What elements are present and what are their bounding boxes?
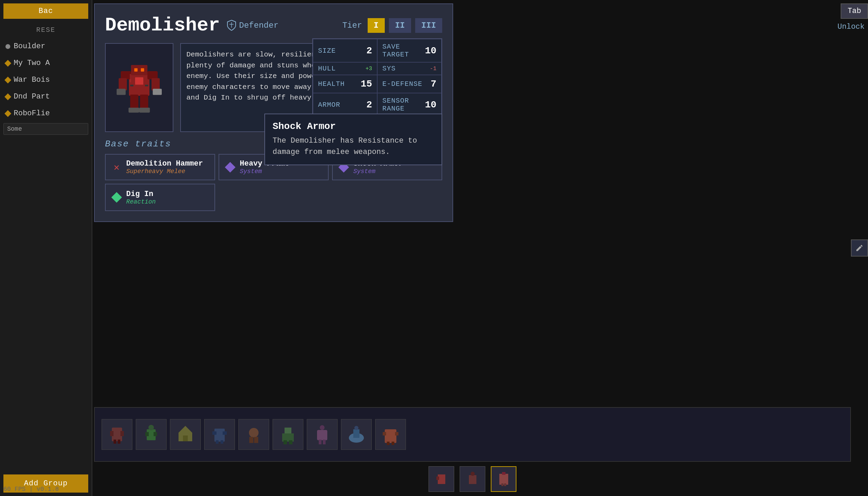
sprite-8 <box>344 422 368 446</box>
sidebar-item-label: RoboFlie <box>14 109 50 118</box>
carousel-item-2[interactable] <box>136 419 167 450</box>
hull-stat: HULL +3 <box>313 62 377 75</box>
svg-rect-24 <box>145 432 149 436</box>
stats-row-2: HEALTH 15 E-DEFENSE 7 <box>313 75 442 93</box>
svg-rect-32 <box>216 440 219 444</box>
svg-rect-11 <box>140 94 148 109</box>
hull-mod: +3 <box>366 66 372 72</box>
carousel-item-5[interactable] <box>238 419 269 450</box>
modal-title-area: Demolisher Defender <box>105 14 278 36</box>
diamond-icon <box>4 60 11 67</box>
tier-label: Tier <box>342 21 362 30</box>
shock-armor-tooltip: Shock Armor The Demolisher has Resistanc… <box>264 114 442 165</box>
sidebar-item-boulder[interactable]: Boulder <box>3 39 88 53</box>
trait-name: Demolition Hammer <box>126 159 203 168</box>
svg-rect-55 <box>469 475 476 484</box>
sprite-7 <box>310 422 334 446</box>
svg-rect-10 <box>130 94 139 109</box>
diamond-purple-icon <box>225 162 236 173</box>
tier-III-button[interactable]: III <box>415 18 442 33</box>
svg-rect-12 <box>129 108 139 113</box>
carousel-item-3[interactable] <box>170 419 201 450</box>
armor-value: 2 <box>366 100 372 110</box>
sub-item-3-selected[interactable] <box>491 466 516 492</box>
svg-rect-16 <box>145 85 148 87</box>
svg-rect-50 <box>395 432 398 435</box>
cross-icon: ✕ <box>111 162 122 173</box>
carousel-item-9[interactable] <box>375 419 406 450</box>
sprite-2 <box>139 422 163 446</box>
svg-rect-51 <box>387 442 390 445</box>
sub-sprite-1 <box>433 470 450 487</box>
sprite-3 <box>173 422 197 446</box>
armor-stat: ARMOR 2 <box>313 93 377 116</box>
sensor-stat: SENSOR RANGE 10 <box>377 93 442 116</box>
svg-rect-48 <box>385 429 396 443</box>
sprite-5 <box>242 422 266 446</box>
diamond-icon <box>4 110 11 117</box>
trait-dig-in[interactable]: Dig In Reaction <box>105 184 215 211</box>
carousel-item-1[interactable] <box>102 419 132 450</box>
svg-rect-21 <box>114 440 116 444</box>
carousel-item-7[interactable] <box>307 419 338 450</box>
svg-rect-57 <box>499 474 508 485</box>
trait-demolition-hammer[interactable]: ✕ Demolition Hammer Superheavy Melee <box>105 154 215 180</box>
carousel-item-4[interactable] <box>204 419 235 450</box>
tier-I-button[interactable]: I <box>368 18 385 33</box>
carousel-item-8[interactable] <box>341 419 372 450</box>
sidebar-item-roboflie[interactable]: RoboFlie <box>3 106 88 120</box>
group-label: Some <box>7 126 22 132</box>
sprite-4 <box>208 422 232 446</box>
trait-subtype: System <box>240 168 262 175</box>
svg-rect-6 <box>119 78 127 90</box>
sys-mod: -1 <box>430 66 436 72</box>
sub-item-2[interactable] <box>460 466 485 492</box>
diamond-icon <box>4 93 11 100</box>
edit-button[interactable] <box>851 239 868 257</box>
svg-rect-17 <box>130 74 131 82</box>
sidebar-item-dndpart[interactable]: Dnd Part <box>3 90 88 104</box>
size-stat: SIZE 2 <box>313 39 377 62</box>
sidebar-item-label: War Bois <box>14 76 50 84</box>
size-label: SIZE <box>318 47 336 55</box>
tier-II-button[interactable]: II <box>389 18 411 33</box>
circle-icon <box>5 44 10 49</box>
defender-badge: Defender <box>227 19 278 31</box>
svg-rect-44 <box>323 440 326 444</box>
svg-rect-4 <box>121 71 131 79</box>
empty-slot-2 <box>332 184 442 211</box>
hull-label: HULL <box>318 65 336 73</box>
back-button[interactable]: Bac <box>3 3 88 19</box>
tab-button[interactable]: Tab <box>841 3 868 19</box>
sidebar-item-label: Boulder <box>14 42 45 51</box>
modal-title: Demolisher <box>105 14 220 36</box>
reset-area: RESE <box>3 23 88 37</box>
sidebar-group: Some <box>3 123 88 135</box>
svg-rect-25 <box>154 432 157 436</box>
sidebar-item-mytwoa[interactable]: My Two A <box>3 56 88 70</box>
stats-row-3: ARMOR 2 SENSOR RANGE 10 <box>313 93 442 116</box>
stats-row-1: SIZE 2 SAVE TARGET 10 <box>313 39 442 62</box>
svg-rect-59 <box>504 483 506 486</box>
edefense-value: 7 <box>431 79 436 89</box>
sub-item-1[interactable] <box>429 466 454 492</box>
svg-rect-29 <box>214 429 225 442</box>
svg-rect-52 <box>392 442 394 445</box>
svg-rect-14 <box>135 77 143 85</box>
carousel-item-6[interactable] <box>273 419 303 450</box>
diamond-green-icon <box>111 192 122 203</box>
sprite-9 <box>379 422 403 446</box>
svg-rect-49 <box>383 432 386 435</box>
svg-rect-20 <box>120 431 124 436</box>
svg-rect-33 <box>221 440 223 444</box>
svg-rect-46 <box>353 429 359 438</box>
svg-rect-58 <box>501 483 503 486</box>
sidebar-item-label: Dnd Part <box>14 92 50 101</box>
sprite-6 <box>276 422 300 446</box>
sprite-1 <box>105 422 129 446</box>
sidebar-item-warbois[interactable]: War Bois <box>3 73 88 87</box>
tooltip-body: The Demolisher has Resistance to damage … <box>273 135 434 158</box>
traits-row-2: Dig In Reaction <box>105 184 442 211</box>
health-stat: HEALTH 15 <box>313 75 377 93</box>
mech-portrait <box>105 43 173 132</box>
